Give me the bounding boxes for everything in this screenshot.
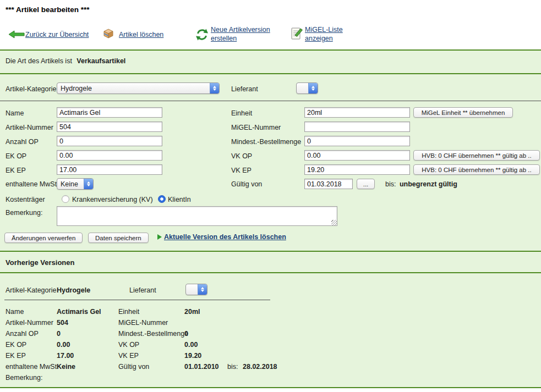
prev-row-label-2: VK EP xyxy=(118,352,139,360)
select-arrows-icon xyxy=(210,83,219,93)
package-icon xyxy=(102,27,114,41)
prev-kategorie-label: Artikel-Kategorie xyxy=(6,286,56,295)
prev-row-label-2: VK OP xyxy=(118,341,139,349)
prev-row: Anzahl OP 0 Mindest.-Bestellmenge 0 xyxy=(0,330,541,339)
bemerkung-textarea[interactable] xyxy=(57,206,337,226)
mwst-selected-value: Keine xyxy=(57,180,84,188)
delete-current-version-link[interactable]: Aktuelle Version des Artikels löschen xyxy=(164,233,286,242)
prev-row-value-1: Keine xyxy=(57,363,75,371)
separator-green-4 xyxy=(0,272,541,273)
migel-list-link[interactable]: MiGEL-Liste anzeigen xyxy=(305,26,354,43)
lieferant-label: Lieferant xyxy=(231,85,258,93)
vk-op-hvb-button[interactable]: HVB: 0 CHF übernehmen ** gültig ab .. xyxy=(413,150,540,161)
mindest-bestellmenge-input[interactable] xyxy=(304,136,410,146)
back-arrow-icon xyxy=(8,30,25,41)
kv-radio-label[interactable]: Krankenversicherung (KV) xyxy=(72,196,153,204)
migel-nummer-input[interactable] xyxy=(304,122,410,132)
resize-grip-icon[interactable] xyxy=(331,220,337,225)
ek-op-label: EK OP xyxy=(6,152,26,161)
prev-row-label-1: Name xyxy=(6,308,24,316)
prev-row: Bemerkung: xyxy=(0,374,541,383)
prev-row-label-1: Artikel-Nummer xyxy=(6,319,53,327)
prev-row: EK EP 17.00 VK EP 19.20 xyxy=(0,352,541,361)
save-data-button[interactable]: Daten speichern xyxy=(88,233,149,243)
refresh-icon xyxy=(195,28,209,43)
prev-kategorie-value: Hydrogele xyxy=(57,286,90,295)
anzahl-op-input[interactable] xyxy=(57,136,162,146)
lieferant-select[interactable] xyxy=(296,82,318,94)
prev-row-value-2: 19.20 xyxy=(184,352,201,360)
ek-ep-input[interactable] xyxy=(57,164,162,175)
new-version-link[interactable]: Neue Artikelversion erstellen xyxy=(211,26,276,43)
kostentraeger-label: Kostenträger xyxy=(6,196,45,204)
migel-list-icon xyxy=(290,27,303,42)
prev-row-label-2: Gültig von xyxy=(118,363,149,371)
prev-row-value-2: 0 xyxy=(184,330,188,338)
bemerkung-label: Bemerkung: xyxy=(6,209,42,217)
prev-row-label-2: MiGEL-Nummer xyxy=(118,319,168,327)
prev-row-label-1: EK EP xyxy=(6,352,26,360)
artikel-nummer-input[interactable] xyxy=(57,122,162,132)
page-title: *** Artikel bearbeiten *** xyxy=(6,5,90,14)
vk-ep-label: VK EP xyxy=(231,167,252,175)
separator-thin-1 xyxy=(0,101,541,101)
klientin-radio-label[interactable]: KlientIn xyxy=(168,196,191,204)
ek-op-input[interactable] xyxy=(57,150,162,161)
previous-versions-title: Vorherige Versionen xyxy=(6,258,74,267)
prev-row-value-1: 0.00 xyxy=(57,341,70,349)
name-label: Name xyxy=(6,109,24,118)
mindest-bestellmenge-label: Mindest.-Bestellmenge xyxy=(231,138,301,146)
prev-lieferant-select[interactable] xyxy=(185,284,207,295)
footer-band xyxy=(0,388,541,392)
prev-lieferant-label: Lieferant xyxy=(129,286,156,295)
ek-ep-label: EK EP xyxy=(6,167,26,175)
separator-green-2 xyxy=(0,73,541,74)
prev-row-value-2: 01.01.2010 xyxy=(184,363,219,371)
name-input[interactable] xyxy=(57,107,162,118)
article-type-value: Verkaufsartikel xyxy=(76,57,125,65)
gueltig-bis-text: bis: unbegrenzt gültig xyxy=(385,180,457,189)
klientin-radio[interactable] xyxy=(158,195,166,203)
kv-radio[interactable] xyxy=(62,195,69,203)
separator-green-1 xyxy=(0,49,541,51)
delete-article-link[interactable]: Artikel löschen xyxy=(119,31,163,40)
date-browse-button[interactable]: ... xyxy=(357,179,375,189)
discard-changes-button[interactable]: Änderungen verwerfen xyxy=(4,233,83,243)
prev-row-value-1: 0 xyxy=(57,330,61,338)
bis-label: bis: xyxy=(385,180,396,188)
back-link[interactable]: Zurück zur Übersicht xyxy=(25,31,89,40)
migel-einheit-button[interactable]: MiGeL Einheit ** übernehmen xyxy=(413,107,513,118)
artikel-kategorie-selected-value: Hydrogele xyxy=(57,85,210,92)
select-arrows-icon xyxy=(198,284,207,295)
gueltig-von-label: Gültig von xyxy=(231,180,262,189)
prev-row-label-2: Einheit xyxy=(118,308,139,316)
prev-row-value-3: 28.02.2018 xyxy=(243,363,277,371)
vk-ep-hvb-button[interactable]: HVB: 0 CHF übernehmen ** gültig ab .. xyxy=(413,164,540,175)
prev-row: EK OP 0.00 VK OP 0.00 xyxy=(0,341,541,350)
prev-row-value-1: 504 xyxy=(57,319,68,327)
artikel-kategorie-label: Artikel-Kategorie xyxy=(6,85,56,93)
vk-op-label: VK OP xyxy=(231,152,252,161)
article-type-text: Die Art des Artikels ist Verkaufsartikel xyxy=(6,57,125,65)
prev-row-value-1: 17.00 xyxy=(57,352,74,360)
prev-row: Artikel-Nummer 504 MiGEL-Nummer xyxy=(0,319,541,328)
prev-row-label-1: EK OP xyxy=(6,341,26,349)
mwst-select[interactable]: Keine xyxy=(57,178,94,190)
migel-nummer-label: MiGEL-Nummer xyxy=(231,124,281,132)
bis-value: unbegrenzt gültig xyxy=(400,180,457,188)
einheit-input[interactable] xyxy=(304,107,410,118)
prev-row-label-1: Anzahl OP xyxy=(6,330,39,338)
vk-ep-input[interactable] xyxy=(304,164,410,175)
artikel-kategorie-select[interactable]: Hydrogele xyxy=(57,82,220,94)
gueltig-von-input[interactable] xyxy=(304,179,353,189)
prev-row-value-2: 0.00 xyxy=(184,341,198,349)
delete-version-triangle-icon xyxy=(157,234,162,240)
mwst-label: enthaltene MwSt xyxy=(6,180,57,189)
select-arrows-icon xyxy=(84,179,93,189)
vk-op-input[interactable] xyxy=(304,150,410,161)
prev-row-value-2: 20ml xyxy=(184,308,200,316)
separator-thin-2 xyxy=(4,300,270,300)
select-arrows-icon xyxy=(308,83,318,93)
prev-row-label-2: Mindest.-Bestellmenge xyxy=(118,330,188,338)
anzahl-op-label: Anzahl OP xyxy=(6,138,39,146)
